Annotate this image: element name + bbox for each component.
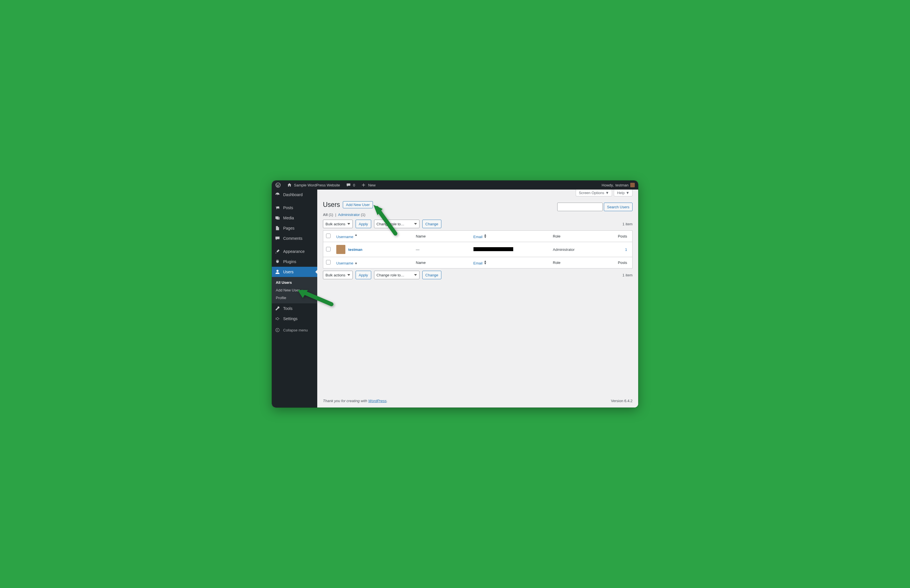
submenu-profile[interactable]: Profile bbox=[272, 294, 317, 302]
svg-rect-6 bbox=[279, 318, 280, 319]
search-input[interactable] bbox=[557, 203, 603, 211]
svg-rect-2 bbox=[276, 318, 277, 318]
version-label: Version 6.4.2 bbox=[611, 399, 633, 403]
admin-sidebar: Dashboard Posts Media Pages Comments bbox=[272, 189, 317, 407]
help-label: Help bbox=[617, 191, 625, 195]
footer-thanks-suffix: . bbox=[387, 399, 388, 403]
col-role-header: Role bbox=[550, 231, 607, 242]
sidebar-item-tools[interactable]: Tools bbox=[272, 304, 317, 313]
col-name-header: Name bbox=[413, 231, 471, 242]
cell-email bbox=[471, 242, 550, 257]
table-row: testman — Administrator 1 bbox=[323, 242, 633, 257]
svg-point-1 bbox=[276, 270, 279, 272]
wordpress-icon bbox=[275, 182, 281, 188]
page-title: Users bbox=[323, 201, 340, 208]
chevron-down-icon: ▼ bbox=[626, 191, 629, 195]
avatar bbox=[336, 245, 345, 254]
cell-role: Administrator bbox=[550, 242, 607, 257]
tablenav-top: Bulk actions Apply Change role to… Chang… bbox=[323, 220, 633, 228]
search-box: Search Users bbox=[557, 203, 633, 211]
users-table: Username▲ Name Email▲▼ Role Posts bbox=[323, 231, 633, 268]
howdy-username: testman bbox=[615, 183, 628, 187]
username-link[interactable]: testman bbox=[348, 247, 363, 252]
item-count-bottom: 1 item bbox=[623, 273, 633, 277]
col-username-sort[interactable]: Username▲ bbox=[336, 235, 358, 239]
filter-admin-count: (1) bbox=[361, 213, 365, 217]
sidebar-item-plugins[interactable]: Plugins bbox=[272, 257, 317, 267]
screen-options-label: Screen Options bbox=[579, 191, 604, 195]
svg-rect-3 bbox=[276, 319, 277, 320]
change-button-bottom[interactable]: Change bbox=[423, 271, 442, 279]
new-label: New bbox=[368, 183, 376, 187]
comments-link[interactable]: 0 bbox=[345, 181, 356, 189]
howdy-prefix: Howdy, bbox=[602, 183, 614, 187]
apply-button-bottom[interactable]: Apply bbox=[356, 271, 371, 279]
bulk-actions-select-top[interactable]: Bulk actions bbox=[323, 220, 353, 228]
row-checkbox[interactable] bbox=[326, 247, 330, 252]
sort-icon: ▲▼ bbox=[484, 260, 487, 265]
col-email-sort-bottom[interactable]: Email▲▼ bbox=[473, 261, 487, 265]
select-all-bottom[interactable] bbox=[326, 260, 330, 265]
screen-options-tab[interactable]: Screen Options ▼ bbox=[576, 189, 612, 196]
settings-icon bbox=[275, 316, 280, 321]
pin-icon bbox=[275, 205, 280, 210]
svg-rect-4 bbox=[277, 318, 279, 318]
new-content-menu[interactable]: New bbox=[359, 181, 377, 189]
submenu-all-users[interactable]: All Users bbox=[272, 279, 317, 286]
filter-administrator-link[interactable]: Administrator bbox=[338, 213, 360, 217]
item-count-top: 1 item bbox=[623, 222, 633, 226]
site-name-link[interactable]: Sample WordPress Website bbox=[285, 181, 341, 189]
wordpress-link[interactable]: WordPress bbox=[368, 399, 387, 403]
sidebar-item-label: Tools bbox=[283, 306, 293, 311]
collapse-label: Collapse menu bbox=[283, 328, 308, 332]
help-tab[interactable]: Help ▼ bbox=[614, 189, 633, 196]
admin-toolbar: Sample WordPress Website 0 New Howdy, te… bbox=[272, 181, 638, 189]
apply-button-top[interactable]: Apply bbox=[356, 220, 371, 228]
submenu-add-new-user[interactable]: Add New User bbox=[272, 286, 317, 294]
account-menu[interactable]: Howdy, testman bbox=[601, 181, 636, 189]
wp-logo-menu[interactable] bbox=[274, 181, 282, 189]
sidebar-item-comments[interactable]: Comments bbox=[272, 233, 317, 244]
bulk-actions-select-bottom[interactable]: Bulk actions bbox=[323, 271, 353, 279]
comment-bubble-icon bbox=[346, 182, 351, 188]
site-name-label: Sample WordPress Website bbox=[294, 183, 340, 187]
sidebar-item-dashboard[interactable]: Dashboard bbox=[272, 189, 317, 200]
wrench-icon bbox=[275, 305, 280, 311]
sort-asc-icon: ▲ bbox=[355, 234, 358, 238]
sidebar-item-label: Users bbox=[283, 270, 294, 274]
footer-thanks-prefix: Thank you for creating with bbox=[323, 399, 368, 403]
sidebar-item-users[interactable]: Users bbox=[272, 267, 317, 277]
search-users-button[interactable]: Search Users bbox=[604, 203, 633, 211]
filter-all-label: All bbox=[323, 213, 328, 217]
change-button-top[interactable]: Change bbox=[423, 220, 442, 228]
col-username-sort-bottom[interactable]: Username ▼ bbox=[336, 261, 358, 265]
add-new-user-button[interactable]: Add New User bbox=[343, 201, 373, 208]
content-area: Screen Options ▼ Help ▼ Search Users Use… bbox=[317, 189, 638, 407]
posts-count-link[interactable]: 1 bbox=[625, 247, 627, 252]
sidebar-item-settings[interactable]: Settings bbox=[272, 313, 317, 324]
col-role-footer: Role bbox=[550, 257, 607, 268]
col-posts-header: Posts bbox=[607, 231, 633, 242]
sidebar-item-posts[interactable]: Posts bbox=[272, 203, 317, 213]
sidebar-item-media[interactable]: Media bbox=[272, 213, 317, 223]
svg-rect-5 bbox=[277, 320, 279, 320]
collapse-menu-button[interactable]: Collapse menu bbox=[272, 325, 317, 335]
sidebar-item-label: Media bbox=[283, 216, 294, 220]
sort-icon: ▼ bbox=[355, 260, 358, 265]
plug-icon bbox=[275, 259, 280, 265]
plus-icon bbox=[361, 182, 366, 188]
sidebar-item-label: Appearance bbox=[283, 249, 305, 254]
sidebar-item-pages[interactable]: Pages bbox=[272, 223, 317, 233]
filter-links: All (1) | Administrator (1) bbox=[323, 213, 633, 217]
col-email-sort[interactable]: Email▲▼ bbox=[473, 235, 487, 239]
sidebar-item-label: Plugins bbox=[283, 259, 296, 264]
change-role-select-bottom[interactable]: Change role to… bbox=[374, 271, 419, 279]
screen-meta: Screen Options ▼ Help ▼ bbox=[317, 189, 638, 196]
redacted-email bbox=[473, 247, 513, 251]
sort-icon: ▲▼ bbox=[484, 234, 487, 238]
select-all-top[interactable] bbox=[326, 234, 330, 238]
comment-icon bbox=[275, 236, 280, 241]
admin-footer: Thank you for creating with WordPress. V… bbox=[317, 394, 638, 407]
change-role-select-top[interactable]: Change role to… bbox=[374, 220, 419, 228]
sidebar-item-appearance[interactable]: Appearance bbox=[272, 246, 317, 257]
